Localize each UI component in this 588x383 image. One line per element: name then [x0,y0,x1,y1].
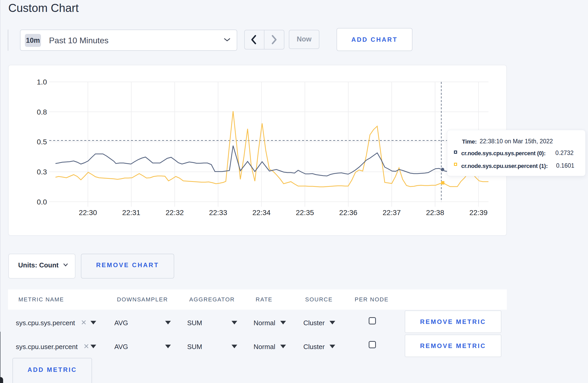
svg-text:0.0: 0.0 [37,198,47,206]
svg-text:22:38: 22:38 [426,209,444,217]
svg-text:22:32: 22:32 [166,209,184,217]
svg-text:0.8: 0.8 [37,108,47,116]
svg-text:22:34: 22:34 [253,209,271,217]
svg-text:1.0: 1.0 [37,78,47,86]
svg-text:22:30: 22:30 [79,209,97,217]
svg-text:22:35: 22:35 [296,209,314,217]
svg-text:0.5: 0.5 [37,138,47,146]
svg-text:22:31: 22:31 [122,209,140,217]
svg-text:22:36: 22:36 [339,209,357,217]
svg-text:22:37: 22:37 [383,209,401,217]
svg-text:0.3: 0.3 [37,168,47,176]
svg-text:22:33: 22:33 [209,209,227,217]
svg-text:22:39: 22:39 [470,209,488,217]
